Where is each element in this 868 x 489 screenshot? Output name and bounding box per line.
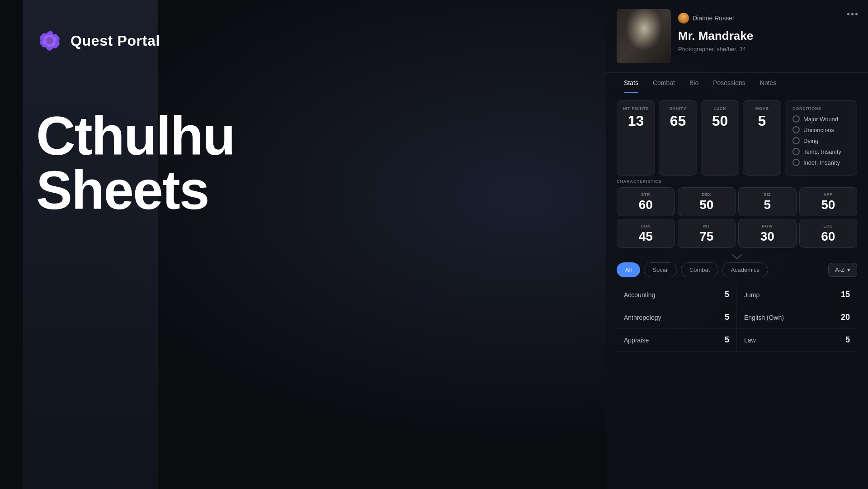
sanity-value: 65 — [665, 114, 691, 128]
stat-edu-label: EDU — [805, 224, 852, 228]
condition-indef-insanity[interactable]: Indef. Insanity — [793, 159, 849, 166]
stat-str-value: 60 — [623, 199, 669, 211]
stat-pow-label: POW — [744, 224, 791, 228]
move-label: MOVE — [749, 106, 775, 111]
character-name: Mr. Mandrake — [678, 29, 857, 43]
condition-label-dying: Dying — [803, 138, 818, 144]
stat-siz: SIZ 5 — [738, 187, 797, 216]
skill-anthropology-name: Anthropology — [624, 314, 661, 321]
skill-accounting-name: Accounting — [624, 291, 655, 299]
hero-title: Cthulhu Sheets — [36, 109, 326, 217]
stat-app: APP 50 — [799, 187, 858, 216]
skill-english-name: English (Own) — [744, 314, 784, 321]
quest-portal-logo-icon — [36, 27, 63, 54]
stat-con: CON 45 — [617, 219, 675, 248]
skill-jump-value: 15 — [841, 290, 850, 299]
hero-line2: Sheets — [36, 163, 326, 217]
filter-combat-button[interactable]: Combat — [681, 262, 719, 277]
condition-label-temp-insanity: Temp. Insanity — [803, 148, 841, 155]
stat-app-value: 50 — [805, 199, 852, 211]
conditions-title: CONDITIONS — [793, 106, 849, 111]
top-stats-area: HIT POINTS 13 SANITY 65 LUCK 50 MOVE 5 C… — [606, 93, 868, 179]
condition-temp-insanity[interactable]: Temp. Insanity — [793, 148, 849, 155]
condition-label-unconcious: Unconcious — [803, 127, 834, 133]
hero-line1: Cthulhu — [36, 109, 326, 163]
sort-select[interactable]: A-Z ▾ — [828, 263, 857, 277]
characteristics-label: CHARACTERISTICS — [617, 179, 857, 184]
stat-app-label: APP — [805, 192, 852, 197]
stat-int: INT 75 — [678, 219, 736, 248]
stat-int-value: 75 — [684, 230, 730, 243]
condition-dying[interactable]: Dying — [793, 137, 849, 144]
stat-siz-value: 5 — [744, 199, 791, 211]
tab-bar: Stats Combat Bio Posessions Notes — [606, 73, 868, 93]
tab-bio[interactable]: Bio — [682, 73, 706, 93]
more-options-button[interactable]: ••• — [847, 9, 859, 19]
tab-posessions[interactable]: Posessions — [706, 73, 753, 93]
hit-points-label: HIT POINTS — [623, 106, 649, 111]
stat-edu: EDU 60 — [799, 219, 858, 248]
tab-stats[interactable]: Stats — [617, 73, 646, 93]
stat-dex-value: 50 — [684, 199, 730, 211]
luck-stat: LUCK 50 — [701, 100, 739, 176]
condition-major-wound[interactable]: Major Wound — [793, 115, 849, 123]
filter-social-button[interactable]: Social — [644, 262, 677, 277]
chevron-down-icon: ▾ — [847, 266, 850, 273]
stat-pow: POW 30 — [738, 219, 797, 248]
skill-appraise-value: 5 — [725, 335, 729, 345]
hit-points-stat: HIT POINTS 13 — [617, 100, 655, 176]
hit-points-value: 13 — [623, 114, 649, 128]
luck-label: LUCK — [707, 106, 733, 111]
skill-accounting[interactable]: Accounting 5 — [617, 284, 737, 306]
condition-radio-major-wound[interactable] — [793, 115, 800, 123]
stat-str: STR 60 — [617, 187, 675, 216]
condition-unconcious[interactable]: Unconcious — [793, 126, 849, 133]
skill-jump-name: Jump — [744, 291, 760, 299]
condition-radio-unconcious[interactable] — [793, 126, 800, 133]
stat-con-label: CON — [623, 224, 669, 228]
characteristics-grid: STR 60 DEX 50 SIZ 5 APP 50 CON 45 INT 75 — [617, 187, 857, 248]
tab-combat[interactable]: Combat — [646, 73, 682, 93]
character-header: Dianne Russel Mr. Mandrake Photographer,… — [606, 0, 868, 73]
filter-academics-button[interactable]: Academics — [722, 262, 768, 277]
condition-radio-temp-insanity[interactable] — [793, 148, 800, 155]
stat-dex-label: DEX — [684, 192, 730, 197]
condition-label-major-wound: Major Wound — [803, 116, 838, 123]
skill-accounting-value: 5 — [725, 290, 729, 299]
portrait-image — [617, 9, 671, 63]
skills-list: Accounting 5 Jump 15 Anthropology 5 Engl… — [617, 284, 857, 351]
condition-label-indef-insanity: Indef. Insanity — [803, 159, 840, 166]
skill-appraise-name: Appraise — [624, 337, 649, 344]
skill-english-own[interactable]: English (Own) 20 — [737, 306, 857, 329]
skill-law[interactable]: Law 5 — [737, 329, 857, 351]
skills-section: All Social Combat Academics A-Z ▾ Accoun… — [606, 262, 868, 489]
character-portrait — [617, 9, 671, 63]
character-sheet-panel: Dianne Russel Mr. Mandrake Photographer,… — [606, 0, 868, 489]
filter-all-button[interactable]: All — [617, 262, 640, 277]
sort-label: A-Z — [835, 266, 844, 273]
logo-area: Quest Portal — [36, 27, 326, 54]
skill-jump[interactable]: Jump 15 — [737, 284, 857, 306]
user-avatar — [678, 13, 689, 24]
sanity-label: SANITY — [665, 106, 691, 111]
condition-radio-dying[interactable] — [793, 137, 800, 144]
skill-law-value: 5 — [845, 335, 850, 345]
brand-name: Quest Portal — [71, 33, 160, 49]
character-info: Dianne Russel Mr. Mandrake Photographer,… — [678, 9, 857, 52]
sanity-stat: SANITY 65 — [659, 100, 697, 176]
skill-anthropology[interactable]: Anthropology 5 — [617, 306, 737, 329]
characteristics-section: CHARACTERISTICS STR 60 DEX 50 SIZ 5 APP … — [606, 179, 868, 252]
move-value: 5 — [749, 114, 775, 128]
tab-notes[interactable]: Notes — [753, 73, 784, 93]
stat-str-label: STR — [623, 192, 669, 197]
primary-stats: HIT POINTS 13 SANITY 65 LUCK 50 MOVE 5 — [617, 100, 781, 176]
condition-radio-indef-insanity[interactable] — [793, 159, 800, 166]
left-panel: Quest Portal Cthulhu Sheets — [0, 0, 362, 489]
section-divider — [606, 252, 868, 262]
user-row: Dianne Russel — [678, 13, 857, 24]
skill-appraise[interactable]: Appraise 5 — [617, 329, 737, 351]
stat-pow-value: 30 — [744, 230, 791, 243]
character-subtitle: Photographer, she/her, 34 — [678, 46, 857, 52]
stat-int-label: INT — [684, 224, 730, 228]
stat-dex: DEX 50 — [678, 187, 736, 216]
